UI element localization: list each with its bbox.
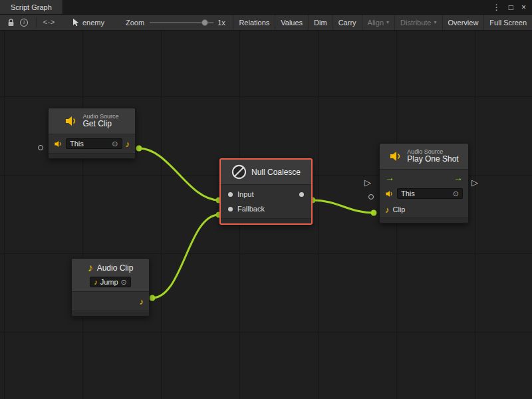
- chip-label: This: [70, 140, 84, 148]
- node-footer: [72, 311, 149, 316]
- node-title: Play One Shot: [407, 155, 458, 164]
- unity-window: Script Graph ⋮ □ × i <·> enemy Zoom: [0, 0, 532, 399]
- flow-out-icon[interactable]: →: [454, 173, 463, 182]
- flow-input-port[interactable]: ▷: [364, 178, 371, 187]
- toolbar-button-values[interactable]: Values: [275, 15, 308, 30]
- object-picker-icon[interactable]: ⊙: [453, 190, 459, 198]
- button-label: Dim: [314, 19, 327, 27]
- flow-row: → →: [380, 170, 468, 186]
- wire-audioclip-to-null-fallback[interactable]: [150, 212, 222, 301]
- button-label: Full Screen: [489, 19, 527, 27]
- tab-label: Script Graph: [11, 3, 52, 11]
- target-row: This ⊙: [380, 186, 468, 201]
- audio-source-icon: [54, 140, 63, 148]
- audioclip-output-icon: ♪: [140, 297, 144, 306]
- zoom-label: Zoom: [126, 19, 144, 27]
- result-output-port[interactable]: [299, 192, 304, 197]
- cursor-icon: [72, 18, 79, 27]
- button-label: Values: [281, 19, 303, 27]
- audio-source-icon: [389, 151, 402, 162]
- audioclip-icon: ♪: [88, 263, 93, 273]
- port-label: Clip: [393, 205, 406, 213]
- lock-icon[interactable]: [4, 15, 17, 30]
- wire-null-output-to-play-clip[interactable]: [310, 198, 377, 216]
- toolbar-buttons: Relations Values Dim Carry Align ▾ Distr…: [233, 15, 532, 30]
- port-row-input: Input: [221, 187, 311, 201]
- clip-row: ♪ Clip: [380, 201, 468, 217]
- port-label: Input: [237, 190, 253, 198]
- tab-script-graph[interactable]: Script Graph: [0, 0, 63, 14]
- toolbar-button-fullscreen[interactable]: Full Screen: [483, 15, 532, 30]
- chevron-down-icon: ▾: [434, 19, 437, 25]
- toolbar-button-relations[interactable]: Relations: [233, 15, 275, 30]
- target-dropdown[interactable]: This ⊙: [66, 138, 122, 149]
- selection-label: enemy: [82, 19, 104, 27]
- node-header: ♪ Audio Clip ♪ Jump ⊙: [72, 259, 149, 292]
- zoom-slider-handle[interactable]: [201, 19, 208, 26]
- node-audio-clip[interactable]: ♪ Audio Clip ♪ Jump ⊙ ♪: [71, 258, 150, 317]
- toolbar-button-carry[interactable]: Carry: [332, 15, 362, 30]
- chevron-down-icon: ▾: [386, 19, 389, 25]
- target-dropdown[interactable]: This ⊙: [397, 188, 463, 199]
- zoom-value: 1x: [217, 19, 225, 27]
- close-icon[interactable]: ×: [521, 3, 526, 11]
- toolbar-button-distribute: Distribute ▾: [394, 15, 442, 30]
- node-get-clip[interactable]: Audio Source Get Clip This ⊙ ♪: [48, 108, 136, 159]
- object-picker-icon[interactable]: ⊙: [112, 140, 118, 148]
- selection-breadcrumb[interactable]: enemy: [72, 18, 104, 27]
- play-this-input-port[interactable]: [368, 194, 374, 200]
- port-row-fallback: Fallback: [221, 201, 311, 216]
- clip-dropdown[interactable]: ♪ Jump ⊙: [90, 277, 131, 287]
- toolbar-button-overview[interactable]: Overview: [442, 15, 484, 30]
- code-icon[interactable]: <·>: [42, 15, 55, 30]
- audio-source-icon: [65, 116, 78, 126]
- wire-getclip-to-null-input[interactable]: [136, 146, 222, 203]
- target-row: This ⊙ ♪: [49, 134, 135, 153]
- getclip-this-input-port[interactable]: [38, 145, 43, 150]
- fallback-port[interactable]: [228, 207, 233, 211]
- toolbar-separator: [36, 18, 37, 27]
- graph-canvas[interactable]: Audio Source Get Clip This ⊙ ♪: [0, 31, 532, 399]
- kebab-menu-icon[interactable]: ⋮: [493, 3, 501, 11]
- audioclip-input-icon: ♪: [385, 205, 390, 214]
- node-header: Audio Source Play One Shot: [380, 144, 468, 170]
- window-controls: ⋮ □ ×: [493, 0, 532, 14]
- button-label: Align: [368, 19, 384, 27]
- node-play-one-shot[interactable]: Audio Source Play One Shot → → This ⊙: [379, 143, 469, 223]
- button-label: Carry: [338, 19, 356, 27]
- null-coalesce-icon: [231, 164, 247, 180]
- node-header: Null Coalesce: [221, 160, 311, 185]
- node-footer: [221, 218, 311, 223]
- output-row: ♪: [72, 292, 149, 311]
- node-body: Input Fallback: [221, 185, 311, 218]
- zoom-slider[interactable]: [150, 18, 213, 27]
- chip-label: This: [401, 190, 415, 198]
- node-title: Null Coalesce: [251, 168, 301, 177]
- audioclip-icon: ♪: [94, 279, 98, 286]
- audioclip-output-icon: ♪: [126, 140, 130, 148]
- toolbar-button-align: Align ▾: [362, 15, 394, 30]
- audio-source-icon: [385, 190, 394, 198]
- info-glyph: i: [20, 19, 28, 27]
- button-label: Distribute: [400, 19, 431, 27]
- node-null-coalesce[interactable]: Null Coalesce Input Fallback: [219, 158, 313, 225]
- button-label: Overview: [448, 19, 479, 27]
- node-title: Get Clip: [82, 120, 118, 129]
- object-picker-icon[interactable]: ⊙: [121, 279, 127, 286]
- button-label: Relations: [239, 19, 269, 27]
- graph-toolbar: i <·> enemy Zoom 1x Relations Values Dim: [0, 15, 532, 31]
- node-footer: [380, 217, 468, 223]
- title-bar: Script Graph ⋮ □ ×: [0, 0, 532, 15]
- flow-output-port[interactable]: ▷: [471, 178, 478, 187]
- chip-label: Jump: [100, 278, 118, 286]
- info-icon[interactable]: i: [17, 15, 31, 30]
- flow-in-icon[interactable]: →: [385, 173, 394, 182]
- maximize-icon[interactable]: □: [509, 3, 513, 11]
- port-label: Fallback: [237, 205, 265, 213]
- node-footer: [49, 153, 135, 158]
- toolbar-button-dim[interactable]: Dim: [308, 15, 332, 30]
- input-port[interactable]: [228, 192, 233, 197]
- node-header: Audio Source Get Clip: [49, 108, 135, 134]
- node-title: Audio Clip: [97, 263, 134, 273]
